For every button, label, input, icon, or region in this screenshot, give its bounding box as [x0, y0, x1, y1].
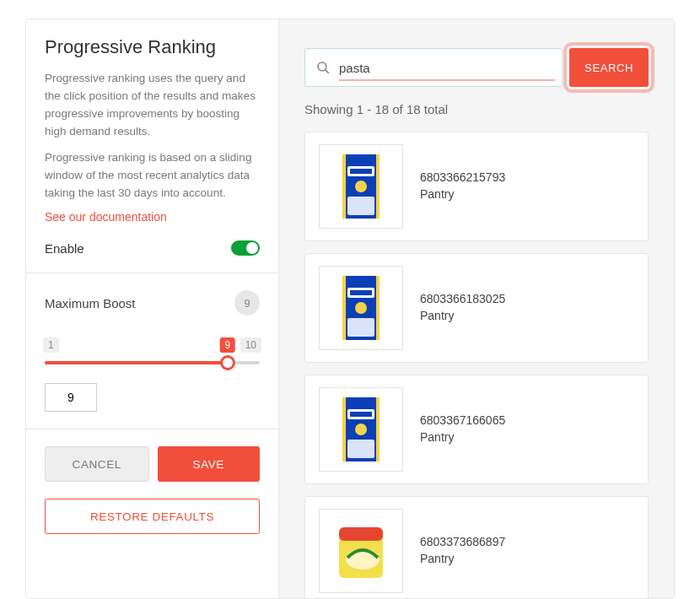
result-category: Pantry — [420, 551, 505, 568]
result-text: 6803373686897Pantry — [420, 534, 505, 567]
description-paragraph-2: Progressive ranking is based on a slidin… — [45, 149, 260, 202]
search-icon — [315, 60, 331, 75]
result-category: Pantry — [420, 308, 505, 325]
svg-line-1 — [326, 70, 329, 73]
result-id: 6803366183025 — [420, 291, 505, 308]
svg-point-0 — [318, 62, 326, 71]
max-boost-label: Maximum Boost — [45, 296, 136, 310]
result-text: 6803366183025Pantry — [420, 291, 505, 324]
result-card[interactable]: 6803373686897Pantry — [304, 496, 649, 598]
slider-max-label: 10 — [240, 337, 261, 353]
description-paragraph: Progressive ranking uses the query and t… — [45, 70, 260, 141]
slider-value-bubble: 9 — [219, 337, 235, 353]
enable-label: Enable — [45, 241, 84, 256]
result-id: 6803373686897 — [420, 534, 505, 551]
results-panel: SEARCH Showing 1 - 18 of 18 total 680336… — [279, 19, 674, 598]
settings-panel: Progressive Ranking Progressive ranking … — [26, 19, 279, 598]
restore-defaults-button[interactable]: RESTORE DEFAULTS — [45, 499, 260, 534]
result-card[interactable]: 6803367166065Pantry — [304, 375, 649, 484]
search-highlight — [339, 79, 555, 81]
result-thumbnail — [319, 144, 403, 229]
result-thumbnail — [319, 509, 403, 593]
documentation-link[interactable]: See our documentation — [45, 210, 260, 224]
result-text: 6803367166065Pantry — [420, 413, 505, 445]
search-box[interactable] — [304, 48, 563, 87]
result-category: Pantry — [420, 429, 505, 446]
result-category: Pantry — [420, 186, 505, 203]
results-count: Showing 1 - 18 of 18 total — [304, 102, 649, 116]
max-boost-badge: 9 — [234, 290, 260, 316]
result-thumbnail — [319, 387, 403, 472]
enable-toggle[interactable] — [231, 240, 260, 256]
save-button[interactable]: SAVE — [158, 446, 261, 482]
result-card[interactable]: 6803366183025Pantry — [304, 253, 649, 363]
slider-thumb[interactable] — [220, 355, 235, 370]
result-thumbnail — [319, 266, 403, 350]
result-id: 6803367166065 — [420, 413, 505, 429]
cancel-button[interactable]: CANCEL — [45, 446, 149, 482]
search-input[interactable] — [339, 61, 552, 75]
max-boost-slider[interactable]: 1 9 10 — [45, 343, 260, 364]
max-boost-input[interactable] — [45, 383, 97, 412]
search-button[interactable]: SEARCH — [569, 48, 649, 87]
progressive-ranking-title: Progressive Ranking — [45, 36, 260, 58]
slider-min-label: 1 — [43, 337, 59, 353]
result-id: 6803366215793 — [420, 170, 505, 186]
result-text: 6803366215793Pantry — [420, 170, 505, 202]
result-card[interactable]: 6803366215793Pantry — [304, 132, 649, 241]
